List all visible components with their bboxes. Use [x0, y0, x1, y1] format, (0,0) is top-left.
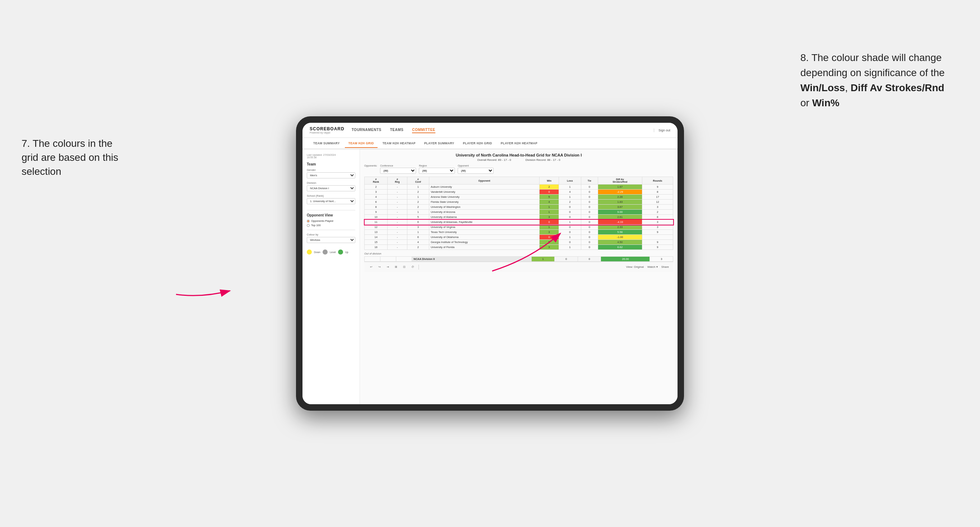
tab-player-h2h-grid[interactable]: PLAYER H2H GRID [460, 139, 496, 147]
cell-reg: - [388, 190, 407, 195]
cell-rounds [642, 235, 673, 240]
toolbar-view: View: Original Watch ▾ Share [626, 265, 669, 268]
opponent-view-label: Opponent View [307, 213, 355, 217]
cell-rounds: 17 [642, 195, 673, 200]
col-rank: #Rank [364, 177, 388, 184]
cell-reg: - [388, 230, 407, 235]
col-rounds: Rounds [642, 177, 673, 184]
cell-diff: -1.00 [598, 235, 642, 240]
cell-tie: 0 [581, 225, 598, 230]
cell-reg: - [388, 205, 407, 210]
nav-committee[interactable]: COMMITTEE [412, 127, 435, 133]
legend-row: Down Level Up [307, 249, 355, 254]
cell-diff: 2.33 [598, 225, 642, 230]
ood-win: 1 [531, 257, 555, 262]
cell-rank: 11 [364, 220, 388, 225]
cell-loss: 1 [558, 245, 581, 250]
sub-nav: TEAM SUMMARY TEAM H2H GRID TEAM H2H HEAT… [302, 138, 678, 149]
cell-conf: 1 [407, 184, 429, 190]
tab-player-summary[interactable]: PLAYER SUMMARY [421, 139, 458, 147]
cell-rank: 6 [364, 200, 388, 205]
table-row: 3 - 2 Vanderbilt University 0 4 0 -2.29 … [364, 190, 673, 195]
cell-conf: 2 [407, 205, 429, 210]
cell-rounds: 8 [642, 190, 673, 195]
table-row: 4 - 1 Arizona State University 5 1 0 2.2… [364, 195, 673, 200]
cell-diff: -2.29 [598, 190, 642, 195]
radio-opponents-played[interactable]: Opponents Played [307, 219, 355, 222]
forward-btn[interactable]: ⇥ [385, 265, 390, 269]
left-panel: Last Updated: 27/03/2024 16:55:38 Team G… [302, 149, 360, 404]
sign-out-button[interactable]: Sign out [654, 129, 670, 132]
tab-team-h2h-heatmap[interactable]: TEAM H2H HEATMAP [379, 139, 419, 147]
cell-loss: 1 [558, 220, 581, 225]
cell-conf: 6 [407, 235, 429, 240]
cell-opponent: University of Arkansas, Fayetteville [429, 220, 539, 225]
cell-tie: 0 [581, 215, 598, 220]
cell-diff: -4.33 [598, 220, 642, 225]
col-conf: #Conf [407, 177, 429, 184]
cell-conf: 1 [407, 210, 429, 215]
cell-opponent: Florida State University [429, 200, 539, 205]
undo-btn[interactable]: ↩ [369, 265, 374, 269]
cell-opponent: Arizona State University [429, 195, 539, 200]
division-select[interactable]: NCAA Division I [307, 185, 355, 191]
app-logo: SCOREBOARD Powered by clippd [310, 126, 345, 134]
col-win: Win [539, 177, 558, 184]
cell-opponent: Auburn University [429, 184, 539, 190]
cell-opponent: University of Washington [429, 205, 539, 210]
radio-top100[interactable]: Top 100 [307, 224, 355, 227]
cell-reg: - [388, 220, 407, 225]
cell-rounds: 9 [642, 230, 673, 235]
cell-rank: 16 [364, 245, 388, 250]
paste-btn[interactable]: ⊡ [402, 265, 407, 269]
out-of-division-table: NCAA Division II 1 0 0 26.00 3 [364, 256, 673, 262]
opponent-filter: Opponent (All) [458, 164, 493, 174]
table-row: 13 - 1 Texas Tech University 3 0 0 5.56 … [364, 230, 673, 235]
gender-select[interactable]: Men's [307, 172, 355, 178]
school-select[interactable]: 1. University of Nort... [307, 198, 355, 204]
grid-subtitle: Overall Record: 89 - 17 - 0 Division Rec… [364, 158, 673, 162]
tab-team-h2h-grid[interactable]: TEAM H2H GRID [345, 139, 377, 148]
cell-loss: 0 [558, 215, 581, 220]
region-select[interactable]: (All) [419, 168, 455, 174]
cell-diff: 2.61 [598, 215, 642, 220]
conference-select[interactable]: (All) [380, 168, 416, 174]
cell-win: 5 [539, 195, 558, 200]
cell-loss: 0 [558, 230, 581, 235]
tab-player-h2h-heatmap[interactable]: PLAYER H2H HEATMAP [497, 139, 541, 147]
cell-win: 0 [539, 190, 558, 195]
cell-win: 3 [539, 215, 558, 220]
legend-down-dot [307, 249, 312, 254]
col-reg: #Reg [388, 177, 407, 184]
cell-loss: 2 [558, 200, 581, 205]
cell-conf: 5 [407, 215, 429, 220]
opponent-select[interactable]: (All) [458, 168, 493, 174]
share-btn[interactable]: Share [661, 265, 669, 268]
nav-teams[interactable]: TEAMS [390, 127, 404, 133]
copy-btn[interactable]: ⊞ [393, 265, 399, 269]
view-original[interactable]: View: Original [626, 265, 644, 268]
table-row: 10 - 5 University of Alabama 3 0 0 2.61 … [364, 215, 673, 220]
redo-btn[interactable]: ↪ [377, 265, 382, 269]
cell-opponent: University of Oklahoma [429, 235, 539, 240]
main-content: Last Updated: 27/03/2024 16:55:38 Team G… [302, 149, 678, 404]
cell-diff: 4.50 [598, 240, 642, 245]
conference-filter: Conference (All) [380, 164, 416, 174]
ood-diff: 26.00 [601, 257, 650, 262]
cell-diff: 9.00 [598, 210, 642, 215]
cell-win: 0 [539, 220, 558, 225]
tab-team-summary[interactable]: TEAM SUMMARY [310, 139, 344, 147]
nav-tournaments[interactable]: TOURNAMENTS [352, 127, 382, 133]
col-loss: Loss [558, 177, 581, 184]
cell-rounds: 3 [642, 205, 673, 210]
time-btn[interactable]: ⏱ [410, 265, 416, 269]
cell-conf: 2 [407, 200, 429, 205]
toolbar-separator [418, 265, 419, 270]
cell-conf: 2 [407, 245, 429, 250]
table-row: 8 - 2 University of Washington 1 0 0 3.6… [364, 205, 673, 210]
colour-by-select[interactable]: Win/loss [307, 237, 355, 243]
cell-reg: - [388, 184, 407, 190]
cell-tie: 0 [581, 220, 598, 225]
watch-btn[interactable]: Watch ▾ [648, 265, 658, 268]
cell-win: 1 [539, 225, 558, 230]
